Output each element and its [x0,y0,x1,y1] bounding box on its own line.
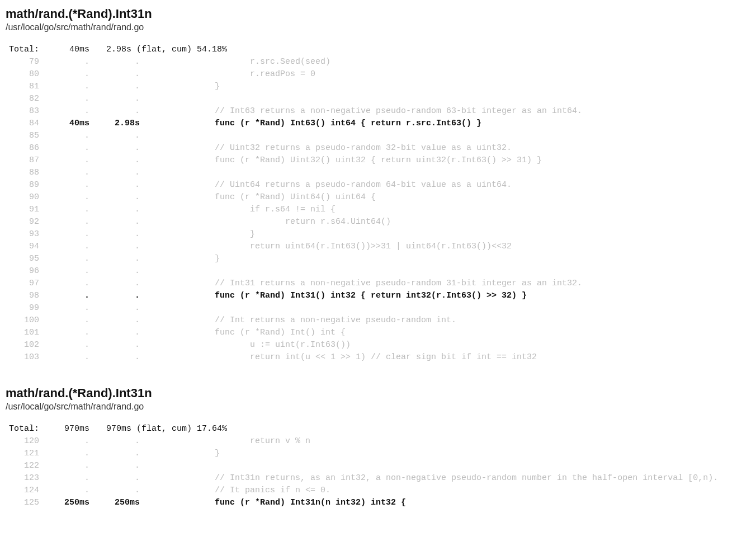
source-code: return r.s64.Uint64() [140,216,391,228]
source-code: r.src.Seed(seed) [140,56,330,68]
source-code: // Uint32 returns a pseudo-random 32-bit… [140,142,512,154]
source-line: 80.. r.readPos = 0 [6,68,750,81]
source-line: 91.. if r.s64 != nil { [6,204,750,216]
cum-time: . [89,228,140,241]
line-number: 85 [6,130,39,142]
line-number: 124 [6,484,39,497]
pprof-section: math/rand.(*Rand).Int31n/usr/local/go/sr… [6,386,750,509]
flat-time: . [39,93,89,105]
cum-time: . [89,81,140,93]
line-number: 100 [6,314,39,327]
source-code: u := uint(r.Int63()) [140,339,351,351]
flat-time: . [39,351,89,364]
cum-time: . [89,204,140,216]
source-line: 100.. // Int returns a non-negative pseu… [6,314,750,327]
flat-time: . [39,68,89,81]
line-number: 81 [6,81,39,93]
source-line: 93.. } [6,228,750,241]
cum-time: . [89,265,140,277]
cum-time: . [89,351,140,364]
cum-time: . [89,290,140,302]
line-number: 120 [6,435,39,448]
flat-time: . [39,179,89,191]
source-listing: Total:40ms2.98s (flat, cum) 54.18%79.. r… [6,44,750,364]
source-path: /usr/local/go/src/math/rand/rand.go [6,402,750,412]
total-cum: 970ms (flat, cum) 17.64% [89,423,227,435]
flat-time: . [39,191,89,204]
cum-time: . [89,142,140,154]
cum-time: . [89,484,140,497]
cum-time: . [89,277,140,290]
source-line: 96.. [6,265,750,277]
source-code: // It panics if n <= 0. [140,484,330,497]
source-code: func (r *Rand) Int63() int64 { return r.… [140,117,481,130]
source-code: func (r *Rand) Int31n(n int32) int32 { [140,497,406,509]
flat-time: . [39,204,89,216]
source-code: } [140,448,220,460]
flat-time: . [39,167,89,179]
line-number: 83 [6,105,39,117]
flat-time: . [39,460,89,472]
cum-time: . [89,93,140,105]
line-number: 88 [6,167,39,179]
total-flat: 40ms [39,44,89,56]
line-number: 123 [6,472,39,484]
flat-time: . [39,253,89,265]
flat-time: 40ms [39,117,89,130]
line-number: 82 [6,93,39,105]
function-title: math/rand.(*Rand).Int31n [6,386,750,401]
flat-time: . [39,314,89,327]
source-line: 81.. } [6,81,750,93]
cum-time: . [89,460,140,472]
flat-time: . [39,327,89,339]
source-path: /usr/local/go/src/math/rand/rand.go [6,22,750,32]
source-line: 82.. [6,93,750,105]
source-code: if r.s64 != nil { [140,204,336,216]
cum-time: . [89,130,140,142]
source-code: func (r *Rand) Int() int { [140,327,346,339]
source-line: 89.. // Uint64 returns a pseudo-random 6… [6,179,750,191]
cum-time: . [89,167,140,179]
total-cum: 2.98s (flat, cum) 54.18% [89,44,227,56]
cum-time: . [89,68,140,81]
source-code: } [140,81,220,93]
cum-time: . [89,241,140,253]
total-label: Total: [6,44,39,56]
cum-time: . [89,179,140,191]
source-line: 98.. func (r *Rand) Int31() int32 { retu… [6,290,750,302]
flat-time: . [39,228,89,241]
source-line: 99.. [6,302,750,314]
cum-time: . [89,216,140,228]
source-code: func (r *Rand) Uint32() uint32 { return … [140,154,542,167]
cum-time: . [89,253,140,265]
line-number: 96 [6,265,39,277]
cum-time: . [89,191,140,204]
cum-time: . [89,314,140,327]
source-code: return int(u << 1 >> 1) // clear sign bi… [140,351,537,364]
line-number: 90 [6,191,39,204]
source-line: 86.. // Uint32 returns a pseudo-random 3… [6,142,750,154]
source-code: } [140,253,220,265]
source-line: 83.. // Int63 returns a non-negative pse… [6,105,750,117]
cum-time: 250ms [89,497,140,509]
source-line: 79.. r.src.Seed(seed) [6,56,750,68]
source-code: // Int31n returns, as an int32, a non-ne… [140,472,718,484]
total-row: Total:40ms2.98s (flat, cum) 54.18% [6,44,750,56]
flat-time: . [39,265,89,277]
source-line: 125250ms250ms func (r *Rand) Int31n(n in… [6,497,750,509]
flat-time: 250ms [39,497,89,509]
flat-time: . [39,290,89,302]
flat-time: . [39,484,89,497]
cum-time: . [89,302,140,314]
line-number: 80 [6,68,39,81]
line-number: 93 [6,228,39,241]
source-line: 90.. func (r *Rand) Uint64() uint64 { [6,191,750,204]
flat-time: . [39,105,89,117]
source-line: 8440ms2.98s func (r *Rand) Int63() int64… [6,117,750,130]
cum-time: . [89,448,140,460]
line-number: 79 [6,56,39,68]
total-label: Total: [6,423,39,435]
function-title: math/rand.(*Rand).Int31n [6,7,750,21]
flat-time: . [39,472,89,484]
source-line: 103.. return int(u << 1 >> 1) // clear s… [6,351,750,364]
